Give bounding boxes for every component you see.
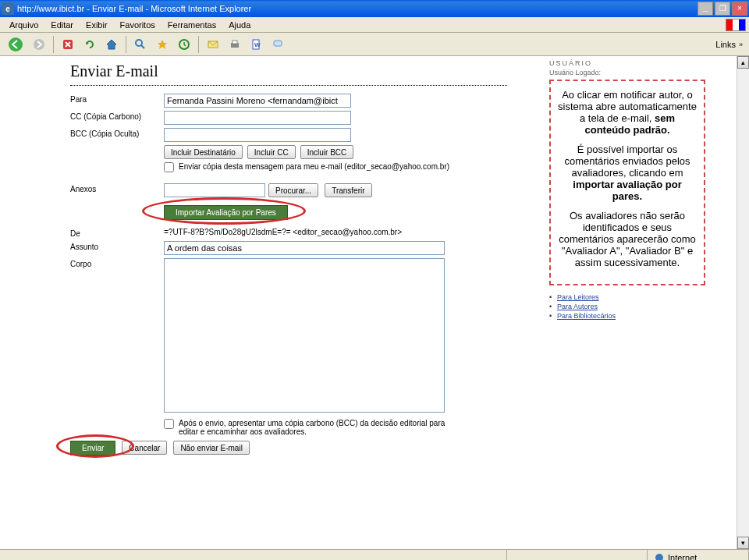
window-title: http://www.ibict.br - Enviar E-mail - Mi… (17, 4, 698, 13)
print-button[interactable] (225, 35, 245, 54)
menu-ferramentas[interactable]: Ferramentas (162, 19, 222, 31)
menu-ajuda[interactable]: Ajuda (222, 19, 257, 31)
edit-button[interactable]: W (247, 35, 267, 54)
status-zone: Internet (668, 553, 697, 561)
links-label[interactable]: Links (715, 40, 736, 49)
input-assunto[interactable] (164, 241, 445, 255)
svg-text:W: W (254, 41, 261, 48)
window-titlebar: e http://www.ibict.br - Enviar E-mail - … (0, 0, 749, 17)
svg-point-3 (136, 40, 142, 46)
incluir-cc-button[interactable]: Incluir CC (247, 145, 296, 159)
close-button[interactable]: × (732, 2, 747, 16)
menu-editar[interactable]: Editar (44, 19, 80, 31)
internet-zone-icon (654, 552, 665, 561)
svg-point-11 (655, 554, 663, 561)
sidebar-sub: Usuário Logado: (549, 69, 705, 76)
checkbox-apos-envio[interactable] (164, 419, 174, 429)
link-leitores[interactable]: Para Leitores (549, 293, 705, 301)
sidebar: USUÁRIO Usuário Logado: Ao clicar em not… (549, 59, 705, 321)
mail-button[interactable] (203, 35, 223, 54)
link-bibliotecarios[interactable]: Para Bibliotecários (549, 312, 705, 320)
label-apos-envio: Após o envio, apresentar uma cópia carbo… (179, 419, 460, 436)
label-enviar-copia: Enviar cópia desta mensagem para meu e-m… (179, 162, 449, 171)
scroll-down-button[interactable]: ▾ (737, 537, 749, 549)
checkbox-enviar-copia[interactable] (164, 162, 174, 172)
label-cc: CC (Cópia Carbono) (70, 111, 164, 121)
search-button[interactable] (130, 35, 151, 54)
textarea-corpo[interactable] (164, 258, 445, 413)
maximize-button[interactable]: ❐ (715, 2, 730, 16)
content-area: Enviar E-mail Para CC (Cópia Carbono) BC… (0, 56, 749, 549)
home-button[interactable] (101, 35, 122, 54)
svg-point-0 (9, 37, 23, 51)
label-de: De (70, 228, 164, 238)
minimize-button[interactable]: _ (698, 2, 713, 16)
sidebar-links: Para Leitores Para Autores Para Bibliote… (549, 293, 705, 320)
menu-favoritos[interactable]: Favoritos (114, 19, 162, 31)
label-anexos: Anexos (70, 183, 164, 193)
nao-enviar-button[interactable]: Não enviar E-mail (173, 441, 249, 455)
discuss-button[interactable] (268, 35, 289, 54)
enviar-button[interactable]: Enviar (70, 441, 115, 455)
label-para: Para (70, 94, 164, 104)
incluir-destinatario-button[interactable]: Incluir Destinatário (164, 145, 243, 159)
forward-button[interactable] (29, 35, 49, 54)
divider (70, 85, 507, 86)
menu-arquivo[interactable]: Arquivo (3, 19, 44, 31)
procurar-button[interactable]: Procurar... (268, 183, 318, 197)
menu-exibir[interactable]: Exibir (80, 19, 114, 31)
windows-flag-icon (726, 19, 746, 31)
importar-avaliacao-button[interactable]: Importar Avaliação por Pares (164, 205, 288, 220)
stop-button[interactable] (58, 35, 78, 54)
svg-rect-7 (233, 41, 237, 44)
ie-icon: e (2, 2, 14, 15)
annotation-box: Ao clicar em notificar autor, o sistema … (549, 80, 705, 285)
transferir-button[interactable]: Transferir (325, 183, 371, 197)
refresh-button[interactable] (80, 35, 100, 54)
input-cc[interactable] (164, 111, 351, 125)
input-para[interactable] (164, 94, 351, 108)
links-chevron-icon[interactable]: » (739, 41, 743, 48)
favorites-button[interactable] (152, 35, 172, 54)
sidebar-heading: USUÁRIO (549, 59, 705, 67)
scroll-up-button[interactable]: ▴ (737, 56, 749, 69)
incluir-bcc-button[interactable]: Incluir BCC (300, 145, 354, 159)
cancelar-button[interactable]: Cancelar (122, 441, 167, 455)
input-anexos[interactable] (164, 183, 265, 197)
history-button[interactable] (174, 35, 194, 54)
svg-rect-10 (274, 41, 282, 46)
svg-point-1 (34, 39, 44, 50)
label-assunto: Assunto (70, 241, 164, 251)
input-bcc[interactable] (164, 128, 351, 142)
value-de: =?UTF-8?B?Sm/Do28gU2lsdmE=?= <editor_sec… (164, 228, 402, 236)
vertical-scrollbar[interactable]: ▴ ▾ (737, 56, 749, 549)
label-bcc: BCC (Cópia Oculta) (70, 128, 164, 138)
menubar: Arquivo Editar Exibir Favoritos Ferramen… (0, 17, 749, 33)
toolbar: W Links » (0, 33, 749, 56)
link-autores[interactable]: Para Autores (549, 303, 705, 310)
statusbar: Internet (0, 549, 749, 560)
back-button[interactable] (4, 35, 27, 54)
label-corpo: Corpo (70, 258, 164, 268)
